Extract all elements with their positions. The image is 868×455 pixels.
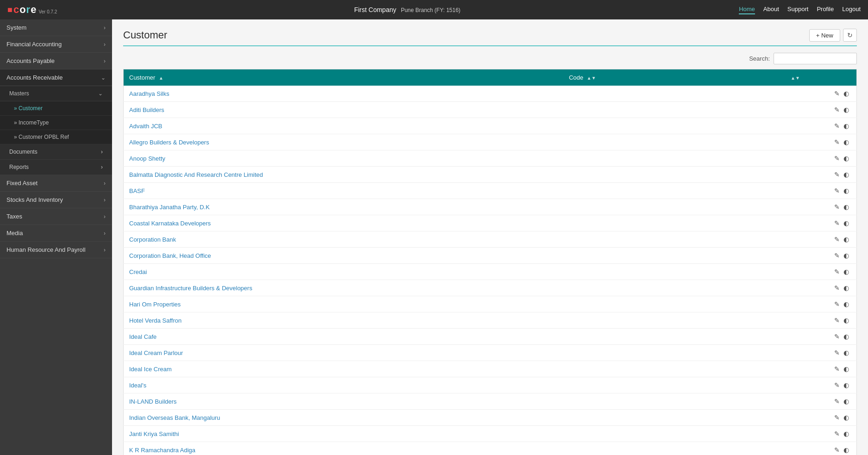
customer-link[interactable]: Corporation Bank <box>129 236 176 243</box>
new-button[interactable]: + New <box>809 29 840 42</box>
edit-button[interactable]: ✎ <box>832 186 842 195</box>
customer-link[interactable]: Allegro Builders & Developers <box>129 139 209 146</box>
edit-button[interactable]: ✎ <box>832 299 842 309</box>
view-button[interactable]: ◐ <box>842 445 851 455</box>
cell-customer: Guardian Infrastructure Builders & Devel… <box>124 280 563 296</box>
edit-button[interactable]: ✎ <box>832 283 842 293</box>
sidebar-item-human-resource[interactable]: Human Resource And Payroll › <box>0 242 112 258</box>
customer-link[interactable]: Anoop Shetty <box>129 155 165 162</box>
sidebar-item-accounts-receivable[interactable]: Accounts Receivable ⌄ <box>0 69 112 86</box>
view-button[interactable]: ◐ <box>842 202 851 212</box>
customer-link[interactable]: K R Ramachandra Adiga <box>129 447 195 454</box>
nav-profile[interactable]: Profile <box>817 6 834 14</box>
edit-button[interactable]: ✎ <box>832 170 842 179</box>
view-button[interactable]: ◐ <box>842 316 851 325</box>
chevron-right-icon: › <box>104 247 106 253</box>
sidebar-item-fixed-asset[interactable]: Fixed Asset › <box>0 175 112 192</box>
edit-button[interactable]: ✎ <box>832 316 842 325</box>
customer-link[interactable]: Balmatta Diagnostic And Research Centre … <box>129 171 263 178</box>
view-button[interactable]: ◐ <box>842 283 851 293</box>
customer-link[interactable]: Ideal's <box>129 382 146 389</box>
nav-home[interactable]: Home <box>739 6 755 14</box>
edit-button[interactable]: ✎ <box>832 429 842 438</box>
view-button[interactable]: ◐ <box>842 251 851 260</box>
view-button[interactable]: ◐ <box>842 121 851 131</box>
edit-button[interactable]: ✎ <box>832 121 842 131</box>
view-button[interactable]: ◐ <box>842 89 851 98</box>
view-button[interactable]: ◐ <box>842 364 851 374</box>
edit-button[interactable]: ✎ <box>832 332 842 341</box>
edit-button[interactable]: ✎ <box>832 89 842 98</box>
col-header-code[interactable]: Code ▲▼ <box>563 69 783 86</box>
view-button[interactable]: ◐ <box>842 267 851 276</box>
customer-link[interactable]: Hotel Verda Saffron <box>129 317 181 324</box>
customer-link[interactable]: Credai <box>129 268 147 275</box>
view-button[interactable]: ◐ <box>842 154 851 163</box>
sidebar-item-media[interactable]: Media › <box>0 225 112 242</box>
customer-link[interactable]: Aaradhya Silks <box>129 90 169 97</box>
edit-button[interactable]: ✎ <box>832 397 842 406</box>
edit-button[interactable]: ✎ <box>832 348 842 357</box>
view-button[interactable]: ◐ <box>842 348 851 357</box>
view-button[interactable]: ◐ <box>842 170 851 179</box>
customer-link[interactable]: Advaith JCB <box>129 123 162 130</box>
edit-button[interactable]: ✎ <box>832 251 842 260</box>
sidebar-item-system[interactable]: System › <box>0 19 112 36</box>
sidebar-item-customer-opbl-ref[interactable]: » Customer OPBL Ref <box>0 130 112 144</box>
edit-button[interactable]: ✎ <box>832 235 842 244</box>
edit-button[interactable]: ✎ <box>832 218 842 228</box>
sidebar-item-financial-accounting[interactable]: Financial Accounting › <box>0 36 112 53</box>
table-row: Hotel Verda Saffron✎◐ <box>124 312 857 329</box>
sidebar-item-income-type[interactable]: » IncomeType <box>0 116 112 130</box>
customer-link[interactable]: BASF <box>129 187 145 194</box>
cell-customer: Ideal Cream Parlour <box>124 345 563 361</box>
sidebar-item-taxes[interactable]: Taxes › <box>0 208 112 225</box>
customer-link[interactable]: Ideal Cafe <box>129 333 156 340</box>
customer-link[interactable]: Hari Om Properties <box>129 301 181 308</box>
sidebar-item-accounts-payable[interactable]: Accounts Payable › <box>0 53 112 69</box>
edit-button[interactable]: ✎ <box>832 267 842 276</box>
view-button[interactable]: ◐ <box>842 218 851 228</box>
table-row: Ideal Cafe✎◐ <box>124 329 857 345</box>
nav-logout[interactable]: Logout <box>842 6 861 14</box>
view-button[interactable]: ◐ <box>842 186 851 195</box>
view-button[interactable]: ◐ <box>842 137 851 147</box>
edit-button[interactable]: ✎ <box>832 445 842 455</box>
customer-link[interactable]: Corporation Bank, Head Office <box>129 252 211 259</box>
view-button[interactable]: ◐ <box>842 235 851 244</box>
sidebar-item-reports[interactable]: Reports › <box>0 160 112 175</box>
search-input[interactable] <box>774 53 857 64</box>
edit-button[interactable]: ✎ <box>832 364 842 374</box>
nav-about[interactable]: About <box>763 6 779 14</box>
cell-customer: BASF <box>124 183 563 199</box>
sidebar-group-masters[interactable]: Masters ⌄ <box>0 86 112 101</box>
customer-link[interactable]: Aditi Builders <box>129 106 164 113</box>
sidebar-item-customer[interactable]: » Customer <box>0 101 112 116</box>
view-button[interactable]: ◐ <box>842 299 851 309</box>
view-button[interactable]: ◐ <box>842 105 851 114</box>
view-button[interactable]: ◐ <box>842 380 851 390</box>
view-button[interactable]: ◐ <box>842 397 851 406</box>
edit-button[interactable]: ✎ <box>832 202 842 212</box>
customer-link[interactable]: Ideal Cream Parlour <box>129 349 183 356</box>
customer-link[interactable]: Bharathiya Janatha Party, D.K <box>129 204 210 211</box>
customer-link[interactable]: Coastal Karnataka Developers <box>129 220 211 227</box>
customer-link[interactable]: Guardian Infrastructure Builders & Devel… <box>129 285 252 292</box>
edit-button[interactable]: ✎ <box>832 154 842 163</box>
customer-link[interactable]: Indian Overseas Bank, Mangaluru <box>129 414 220 421</box>
nav-support[interactable]: Support <box>787 6 809 14</box>
edit-button[interactable]: ✎ <box>832 380 842 390</box>
view-button[interactable]: ◐ <box>842 413 851 422</box>
edit-button[interactable]: ✎ <box>832 413 842 422</box>
sidebar-item-documents[interactable]: Documents › <box>0 144 112 160</box>
refresh-button[interactable]: ↻ <box>843 29 857 42</box>
view-button[interactable]: ◐ <box>842 429 851 438</box>
customer-link[interactable]: Janti Kriya Samithi <box>129 430 179 437</box>
customer-link[interactable]: Ideal Ice Cream <box>129 366 172 373</box>
sidebar-item-stocks-inventory[interactable]: Stocks And Inventory › <box>0 192 112 208</box>
edit-button[interactable]: ✎ <box>832 137 842 147</box>
view-button[interactable]: ◐ <box>842 332 851 341</box>
edit-button[interactable]: ✎ <box>832 105 842 114</box>
customer-link[interactable]: IN-LAND Builders <box>129 398 177 405</box>
col-header-customer[interactable]: Customer ▲ <box>124 69 563 86</box>
